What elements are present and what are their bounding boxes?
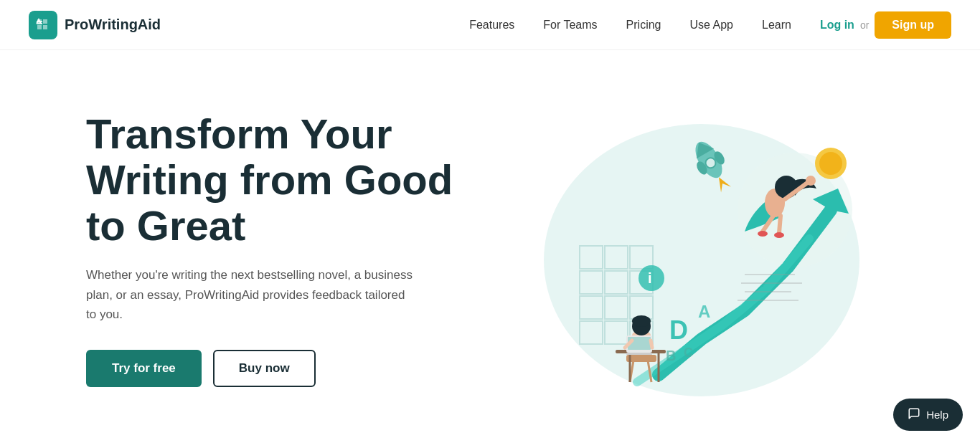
login-link[interactable]: Log in: [820, 19, 854, 32]
or-separator: or: [860, 19, 869, 31]
brand-name: ProWritingAid: [65, 16, 161, 33]
svg-line-46: [779, 216, 781, 233]
signup-button[interactable]: Sign up: [875, 11, 951, 39]
nav-link-learn[interactable]: Learn: [762, 19, 791, 31]
nav-item-pricing[interactable]: Pricing: [626, 19, 661, 32]
nav-link-pricing[interactable]: Pricing: [626, 19, 661, 31]
hero-buttons: Try for free Buy now: [86, 350, 459, 387]
logo-icon: [29, 11, 57, 39]
svg-point-47: [758, 231, 768, 237]
logo-link[interactable]: ProWritingAid: [29, 11, 161, 39]
help-label: Help: [926, 409, 948, 421]
svg-line-40: [651, 340, 652, 348]
nav-links: Features For Teams Pricing Use App Learn: [469, 19, 791, 32]
buy-now-button[interactable]: Buy now: [213, 350, 316, 387]
svg-text:B: B: [666, 348, 676, 363]
nav-link-for-teams[interactable]: For Teams: [543, 19, 597, 31]
help-button[interactable]: Help: [893, 399, 963, 431]
svg-text:i: i: [648, 270, 652, 286]
nav-auth: Log in or Sign up: [820, 11, 951, 39]
nav-link-features[interactable]: Features: [469, 19, 514, 31]
svg-rect-38: [626, 353, 652, 355]
illustration-svg: D A B C i: [494, 95, 888, 404]
nav-link-use-app[interactable]: Use App: [690, 19, 733, 31]
main-content: Transform Your Writing from Good to Grea…: [0, 50, 980, 448]
hero-text: Transform Your Writing from Good to Grea…: [86, 111, 459, 387]
logo-svg: [34, 16, 52, 34]
svg-text:A: A: [698, 302, 710, 321]
svg-text:D: D: [669, 315, 688, 345]
svg-point-44: [806, 176, 816, 186]
hero-subtext: Whether you're writing the next bestsell…: [86, 265, 416, 324]
svg-text:C: C: [684, 345, 693, 360]
nav-item-for-teams[interactable]: For Teams: [543, 19, 597, 32]
nav-item-use-app[interactable]: Use App: [690, 19, 733, 32]
navbar: ProWritingAid Features For Teams Pricing…: [0, 0, 980, 50]
chat-icon: [908, 407, 920, 422]
hero-illustration: D A B C i: [459, 79, 923, 419]
nav-item-features[interactable]: Features: [469, 19, 514, 32]
svg-point-32: [632, 315, 651, 327]
try-free-button[interactable]: Try for free: [86, 350, 202, 387]
svg-point-48: [774, 232, 784, 238]
svg-point-50: [819, 152, 842, 175]
hero-heading: Transform Your Writing from Good to Grea…: [86, 111, 459, 248]
nav-item-learn[interactable]: Learn: [762, 19, 791, 32]
